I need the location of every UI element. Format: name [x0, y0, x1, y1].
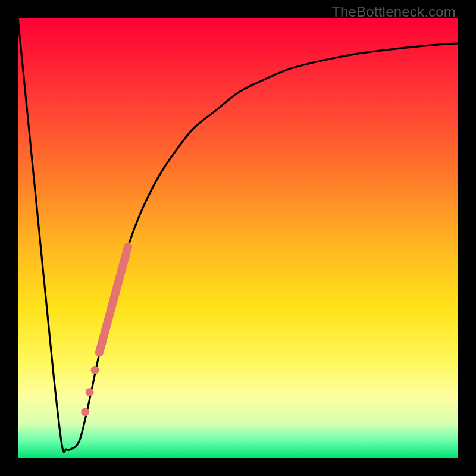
marker-dot — [86, 388, 94, 396]
markers-group — [81, 247, 128, 416]
bottleneck-curve — [18, 18, 458, 452]
marker-dot — [91, 366, 99, 374]
marker-dot — [81, 408, 89, 416]
plot-area — [18, 18, 458, 458]
chart-svg — [18, 18, 458, 458]
watermark-text: TheBottleneck.com — [331, 4, 456, 20]
marker-segment — [99, 247, 128, 353]
chart-frame: TheBottleneck.com — [0, 0, 476, 476]
